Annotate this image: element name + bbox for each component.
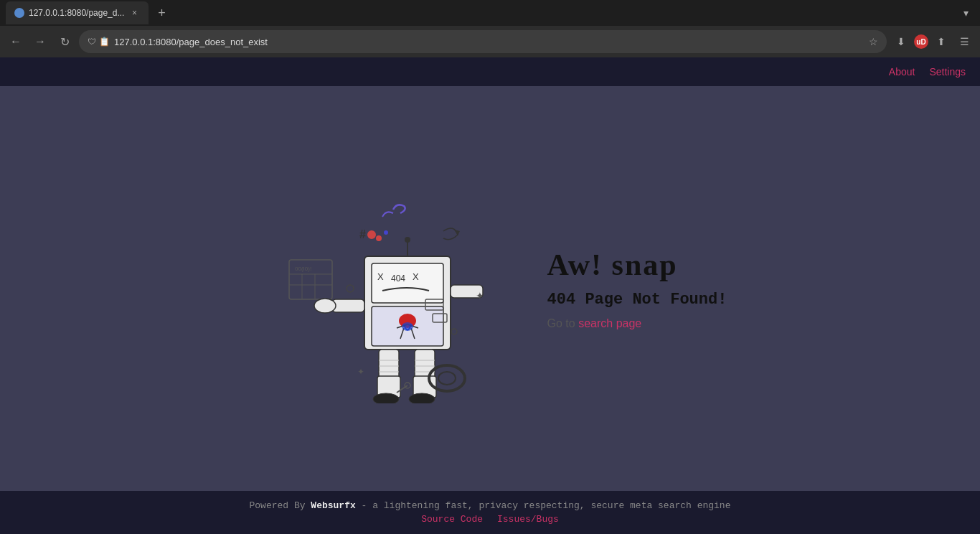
share-button[interactable]: ⬆	[931, 32, 951, 52]
shield-icon: 🛡	[88, 37, 96, 47]
go-to-label: Go to	[547, 317, 579, 329]
tab-bar: 127.0.0.1:8080/page_d... × + ▾	[0, 0, 980, 26]
about-nav-link[interactable]: About	[889, 66, 915, 78]
ublock-button[interactable]: uD	[914, 34, 928, 49]
footer: Powered By Websurfx - a lightening fast,…	[0, 491, 980, 534]
svg-point-29	[373, 393, 399, 403]
svg-point-48	[405, 237, 410, 243]
svg-text:00(I0)!: 00(I0)!	[295, 266, 311, 272]
app-nav-bar: About Settings	[0, 57, 980, 86]
svg-text:404: 404	[391, 273, 405, 284]
bookmark-star-icon[interactable]: ☆	[869, 36, 878, 47]
nav-actions: ⬇ uD ⬆ ☰	[891, 32, 974, 52]
download-button[interactable]: ⬇	[891, 32, 911, 52]
favicon	[14, 8, 24, 18]
tab-close-button[interactable]: ×	[128, 7, 140, 19]
footer-links: Source Code Issues/Bugs	[421, 514, 559, 525]
tab-title: 127.0.0.1:8080/page_d...	[29, 8, 124, 18]
footer-tagline-text: - a lightening fast, privacy respecting,…	[362, 500, 731, 511]
svg-point-25	[314, 299, 336, 313]
brand-name: Websurfx	[311, 500, 355, 511]
svg-rect-27	[379, 350, 399, 378]
svg-text:X: X	[413, 271, 419, 282]
svg-point-2	[384, 230, 388, 235]
footer-tagline: Powered By Websurfx - a lightening fast,…	[250, 500, 731, 511]
new-tab-button[interactable]: +	[151, 3, 171, 23]
address-bar-icons: 🛡 📋	[88, 37, 110, 47]
browser-chrome: 127.0.0.1:8080/page_d... × + ▾ ← → ↻ 🛡 📋…	[0, 0, 980, 57]
svg-rect-13	[372, 263, 443, 303]
svg-point-0	[367, 230, 376, 239]
svg-point-23	[402, 322, 413, 331]
issues-bugs-link[interactable]: Issues/Bugs	[497, 514, 559, 525]
powered-by-text: Powered By	[250, 500, 311, 511]
svg-point-5	[451, 329, 457, 334]
svg-text:✦: ✦	[476, 290, 484, 301]
nav-bar: ← → ↻ 🛡 📋 ☆ ⬇ uD ⬆ ☰	[0, 26, 980, 57]
settings-nav-link[interactable]: Settings	[929, 66, 966, 78]
error-description: Go to search page	[547, 317, 727, 330]
error-text-container: Aw! snap 404 Page Not Found! Go to searc…	[547, 248, 727, 330]
back-button[interactable]: ←	[6, 32, 26, 52]
search-page-link[interactable]: search page	[578, 317, 641, 329]
svg-marker-49	[454, 230, 460, 235]
svg-point-1	[376, 235, 382, 241]
refresh-button[interactable]: ↻	[55, 32, 75, 52]
error-title: Aw! snap	[547, 248, 727, 282]
url-input[interactable]	[114, 37, 864, 47]
error-subtitle: 404 Page Not Found!	[547, 291, 727, 309]
svg-point-40	[438, 372, 456, 385]
main-content: # 00(I0)! X 404 X	[0, 86, 980, 491]
lock-icon: 📋	[99, 37, 110, 47]
address-bar[interactable]: 🛡 📋 ☆	[79, 30, 887, 53]
svg-text:✦: ✦	[357, 367, 364, 377]
tab-dropdown-button[interactable]: ▾	[958, 4, 974, 22]
active-tab[interactable]: 127.0.0.1:8080/page_d... ×	[6, 1, 149, 24]
menu-button[interactable]: ☰	[954, 32, 974, 52]
svg-text:#: #	[359, 228, 366, 240]
forward-button[interactable]: →	[30, 32, 50, 52]
svg-text:X: X	[377, 271, 384, 282]
svg-rect-24	[332, 299, 364, 312]
robot-illustration: # 00(I0)! X 404 X	[253, 174, 504, 403]
robot-svg: # 00(I0)! X 404 X	[253, 174, 504, 403]
source-code-link[interactable]: Source Code	[421, 514, 483, 525]
svg-point-4	[347, 285, 354, 292]
svg-rect-30	[415, 350, 435, 378]
svg-point-32	[409, 393, 435, 403]
